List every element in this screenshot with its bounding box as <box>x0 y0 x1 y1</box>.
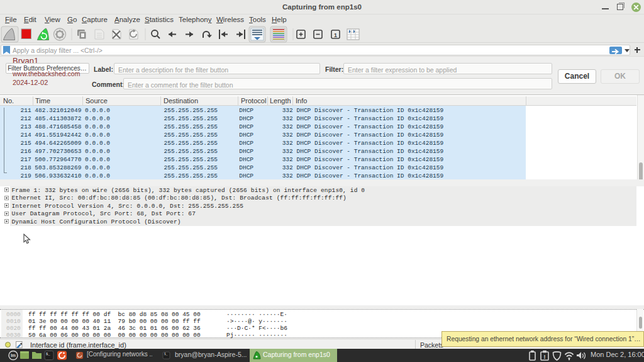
svg-text:lm: lm <box>11 353 16 358</box>
svg-text:1: 1 <box>334 32 337 38</box>
svg-text:$_: $_ <box>164 353 168 356</box>
svg-text:!: ! <box>544 354 546 360</box>
svg-text:$_: $_ <box>46 352 50 356</box>
